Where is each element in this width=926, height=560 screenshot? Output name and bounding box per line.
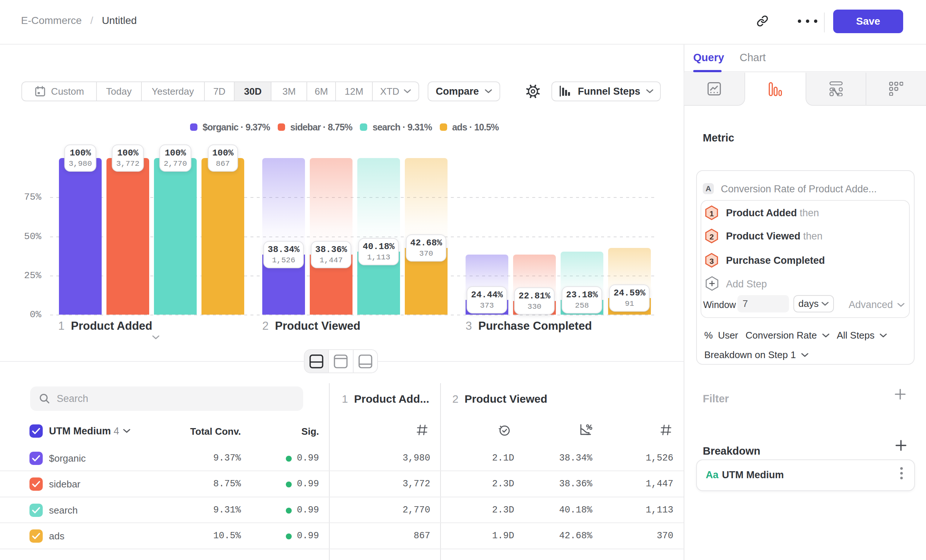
svg-text:1: 1 <box>710 209 714 218</box>
svg-text:2: 2 <box>710 233 714 241</box>
svg-text:3: 3 <box>710 257 714 265</box>
